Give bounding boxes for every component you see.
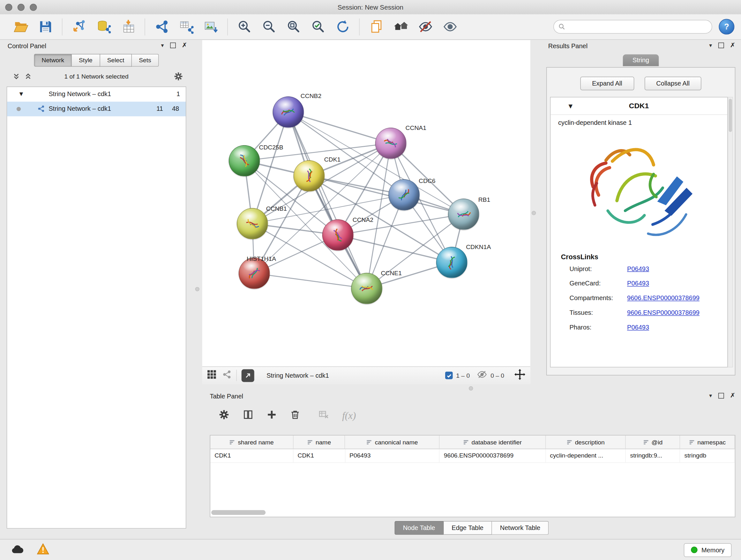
network-canvas[interactable]: CCNB2CCNA1CDC25BCDK1CDC6RB1CCNB1CCNA2CDK…: [202, 40, 530, 367]
show-all-icon[interactable]: [437, 16, 462, 38]
crosslink-link[interactable]: P06493: [627, 280, 649, 287]
expand-all-button[interactable]: Expand All: [580, 77, 634, 90]
bottom-splitter-handle[interactable]: [469, 386, 473, 390]
gene-section-header[interactable]: ▼ CDK1: [550, 98, 727, 115]
home-icon[interactable]: [388, 16, 413, 38]
panel-close-icon[interactable]: ✗: [182, 42, 187, 49]
search-input[interactable]: [568, 23, 707, 30]
hide-selected-icon[interactable]: [413, 16, 437, 38]
search-box[interactable]: [553, 20, 712, 34]
zoom-out-icon[interactable]: [257, 16, 281, 38]
memory-button[interactable]: Memory: [684, 543, 731, 557]
column-header-description[interactable]: description: [546, 435, 626, 449]
new-network-icon[interactable]: [149, 16, 174, 38]
right-splitter-handle[interactable]: [532, 211, 536, 215]
table-cell[interactable]: CDK1: [293, 449, 345, 462]
column-header-shared-name[interactable]: shared name: [210, 435, 293, 449]
panel-float-icon[interactable]: [718, 43, 724, 48]
network-node-CCNE1[interactable]: [351, 273, 382, 304]
network-node-CCNB2[interactable]: [273, 97, 304, 128]
crosslink-link[interactable]: P06493: [627, 265, 649, 272]
tab-edge-table[interactable]: Edge Table: [444, 521, 492, 535]
network-node-RB1[interactable]: [448, 199, 479, 230]
panel-float-icon[interactable]: [170, 43, 176, 48]
delete-column-icon[interactable]: [290, 409, 300, 422]
table-cell[interactable]: stringdb: [680, 449, 735, 462]
share-view-icon[interactable]: [222, 370, 232, 381]
selected-checkbox-icon[interactable]: [445, 372, 453, 379]
fit-content-crosshair-icon[interactable]: [514, 369, 526, 382]
results-scrollbar[interactable]: [728, 97, 733, 368]
tab-style[interactable]: Style: [72, 54, 100, 67]
table-row[interactable]: CDK1CDK1P064939606.ENSP00000378699cyclin…: [210, 449, 735, 463]
column-header-database-identifier[interactable]: database identifier: [440, 435, 546, 449]
select-columns-icon[interactable]: [243, 409, 254, 422]
crosslink-link[interactable]: 9606.ENSP00000378699: [627, 309, 699, 316]
zoom-selected-icon[interactable]: [306, 16, 330, 38]
panel-close-icon[interactable]: ✗: [730, 42, 735, 49]
save-session-icon[interactable]: [33, 16, 58, 38]
tree-expand-icon[interactable]: ▼: [19, 91, 23, 97]
network-node-CDC6[interactable]: [388, 179, 420, 210]
help-button[interactable]: ?: [719, 19, 734, 35]
network-node-CCNB1[interactable]: [237, 208, 268, 240]
warning-icon[interactable]: [37, 543, 50, 557]
tab-network[interactable]: Network: [34, 54, 72, 67]
crosslink-link[interactable]: P06493: [627, 324, 649, 331]
open-session-icon[interactable]: [9, 16, 33, 38]
tab-select[interactable]: Select: [100, 54, 132, 67]
column-header-namespac[interactable]: namespac: [680, 435, 735, 449]
table-cell[interactable]: cyclin-dependent ...: [546, 449, 626, 462]
import-table-from-file-icon[interactable]: [116, 16, 140, 38]
panel-float-icon[interactable]: [718, 393, 724, 398]
zoom-in-icon[interactable]: [232, 16, 257, 38]
add-column-icon[interactable]: [266, 409, 277, 422]
tab-node-table[interactable]: Node Table: [394, 521, 444, 535]
table-cell[interactable]: P06493: [345, 449, 440, 462]
zoom-fit-icon[interactable]: [281, 16, 306, 38]
table-hscrollbar[interactable]: [211, 510, 266, 515]
tab-string[interactable]: String: [623, 54, 658, 66]
panel-menu-icon[interactable]: ▾: [709, 43, 712, 48]
network-edge[interactable]: [288, 112, 367, 288]
panel-menu-icon[interactable]: ▾: [161, 43, 164, 48]
open-in-browser-icon[interactable]: [242, 369, 254, 382]
crosslink-link[interactable]: 9606.ENSP00000378699: [627, 295, 699, 302]
network-row-selected[interactable]: String Network – cdk1 11 48: [7, 102, 186, 116]
network-node-CDKN1A[interactable]: [436, 247, 468, 278]
network-collection-row[interactable]: ▼ String Network – cdk1 1: [7, 87, 186, 102]
tab-sets[interactable]: Sets: [132, 54, 158, 67]
network-node-CCNA2[interactable]: [322, 219, 354, 251]
left-splitter-handle[interactable]: [195, 287, 199, 291]
table-panel-title: Table Panel: [210, 393, 243, 400]
network-edge[interactable]: [254, 273, 367, 288]
network-edge[interactable]: [338, 235, 452, 262]
table-cell[interactable]: CDK1: [210, 449, 293, 462]
crosslink-label: Tissues:: [569, 306, 627, 320]
table-cell[interactable]: 9606.ENSP00000378699: [440, 449, 546, 462]
collapse-all-button[interactable]: Collapse All: [644, 77, 701, 90]
network-from-table-icon[interactable]: [174, 16, 199, 38]
cloud-icon[interactable]: [10, 544, 24, 556]
import-network-from-database-icon[interactable]: [91, 16, 116, 38]
panel-menu-icon[interactable]: ▾: [709, 393, 712, 398]
import-network-from-file-icon[interactable]: [67, 16, 91, 38]
network-edge[interactable]: [288, 112, 391, 143]
network-node-CDC25B[interactable]: [229, 145, 260, 177]
column-header-canonical-name[interactable]: canonical name: [345, 435, 440, 449]
table-cell[interactable]: stringdb:9...: [626, 449, 680, 462]
panel-close-icon[interactable]: ✗: [730, 392, 735, 399]
network-node-CCNA1[interactable]: [375, 128, 407, 159]
column-header--id[interactable]: @id: [626, 435, 680, 449]
copy-icon[interactable]: [364, 16, 388, 38]
column-header-name[interactable]: name: [293, 435, 345, 449]
table-settings-gear-icon[interactable]: [218, 409, 230, 422]
tab-network-table[interactable]: Network Table: [492, 521, 549, 535]
birdseye-view-icon[interactable]: [207, 370, 217, 381]
network-options-gear-icon[interactable]: [173, 71, 183, 83]
hidden-eye-icon[interactable]: [477, 370, 487, 381]
export-image-icon[interactable]: [199, 16, 223, 38]
network-node-CDK1[interactable]: [293, 160, 325, 192]
refresh-layout-icon[interactable]: [330, 16, 355, 38]
table-tabs: Node TableEdge TableNetwork Table: [206, 521, 737, 535]
